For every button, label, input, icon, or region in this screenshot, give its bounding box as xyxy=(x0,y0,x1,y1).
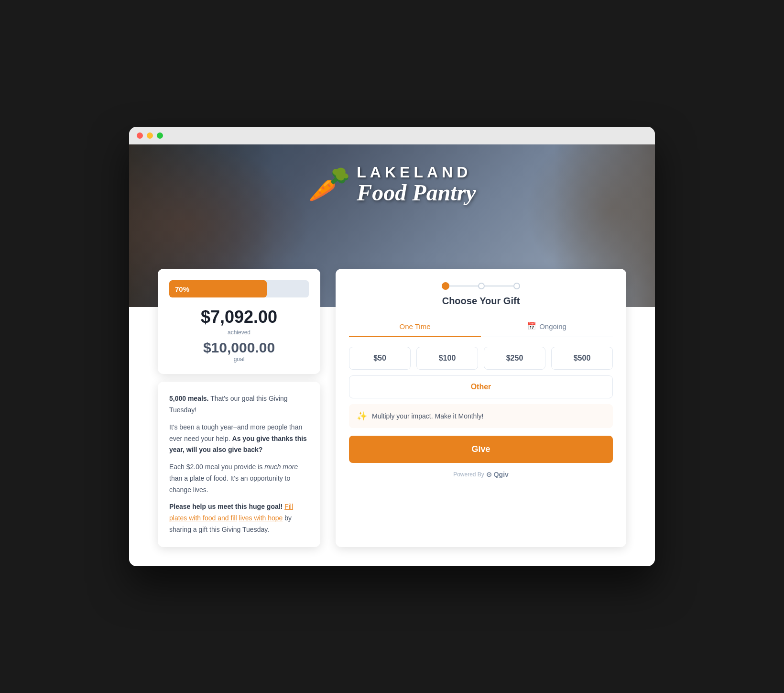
desc-pre3: Each $2.00 meal you provide is xyxy=(169,463,264,471)
step-2-dot xyxy=(478,283,485,289)
desc-bold4-pre: Please help us meet this huge goal! xyxy=(169,503,284,510)
desc-line1: 5,000 meals. That's our goal this Giving… xyxy=(169,393,309,416)
amount-btn-50[interactable]: $50 xyxy=(349,347,411,370)
maximize-dot[interactable] xyxy=(157,132,163,139)
goal-label: goal xyxy=(169,356,309,363)
logo-container: 🥕 LAKELAND Food Pantry xyxy=(308,164,476,204)
logo-word1: LAKELAND xyxy=(357,164,471,181)
progress-percent: 70% xyxy=(175,285,189,293)
tab-ongoing[interactable]: 📅 Ongoing xyxy=(481,316,613,337)
calendar-icon: 📅 xyxy=(527,322,536,330)
give-button[interactable]: Give xyxy=(349,436,613,463)
qgiv-label: Qgiv xyxy=(494,471,509,478)
desc-line4: Please help us meet this huge goal! Fill… xyxy=(169,501,309,535)
carrot-icon: 🥕 xyxy=(308,167,351,201)
step-indicator xyxy=(349,282,613,290)
logo-word2: Food Pantry xyxy=(357,181,476,204)
progress-card: 70% $7,092.00 achieved $10,000.00 goal xyxy=(158,269,320,374)
browser-body: 🥕 LAKELAND Food Pantry 70% xyxy=(129,144,655,566)
form-title: Choose Your Gift xyxy=(349,296,613,307)
desc-link2[interactable]: lives with hope xyxy=(239,514,283,522)
left-panel: 70% $7,092.00 achieved $10,000.00 goal xyxy=(158,269,320,547)
tab-ongoing-label: Ongoing xyxy=(539,322,566,330)
amount-grid: $50 $100 $250 $500 xyxy=(349,347,613,370)
step-line-2 xyxy=(485,286,513,286)
desc-bold1: 5,000 meals. xyxy=(169,395,209,402)
desc-italic3: much more xyxy=(264,463,298,471)
amount-btn-500[interactable]: $500 xyxy=(551,347,613,370)
sun-icon: ✨ xyxy=(357,411,367,421)
amount-goal: $10,000.00 xyxy=(169,340,309,356)
close-dot[interactable] xyxy=(137,132,143,139)
goal-value: $10,000.00 xyxy=(169,340,309,356)
monthly-banner[interactable]: ✨ Multiply your impact. Make it Monthly! xyxy=(349,404,613,428)
achieved-label: achieved xyxy=(169,329,309,336)
desc-line3: Each $2.00 meal you provide is much more… xyxy=(169,462,309,495)
desc-line2: It's been a tough year–and more people t… xyxy=(169,422,309,456)
powered-by-label: Powered By xyxy=(453,471,484,478)
progress-bar-container: 70% xyxy=(169,280,309,297)
tab-one-time-label: One Time xyxy=(399,322,430,330)
amount-achieved: $7,092.00 xyxy=(169,307,309,327)
tab-one-time[interactable]: One Time xyxy=(349,316,481,337)
donation-form: Choose Your Gift One Time 📅 Ongoing $50 … xyxy=(336,269,626,547)
other-button[interactable]: Other xyxy=(349,375,613,398)
tabs-container: One Time 📅 Ongoing xyxy=(349,316,613,337)
step-1-dot xyxy=(442,282,449,290)
progress-bar-fill: 70% xyxy=(169,280,267,297)
qgiv-circle-icon: ⊙ xyxy=(486,471,492,478)
logo-text: LAKELAND Food Pantry xyxy=(357,164,476,204)
amount-btn-250[interactable]: $250 xyxy=(484,347,545,370)
achieved-value: $7,092.00 xyxy=(169,307,309,327)
content-area: 70% $7,092.00 achieved $10,000.00 goal xyxy=(129,269,655,566)
browser-window: 🥕 LAKELAND Food Pantry 70% xyxy=(129,127,655,566)
step-line-1 xyxy=(449,286,478,286)
desc-post3: than a plate of food. It's an opportunit… xyxy=(169,474,290,494)
browser-chrome xyxy=(129,127,655,144)
description-card: 5,000 meals. That's our goal this Giving… xyxy=(158,382,320,547)
powered-by: Powered By ⊙ Qgiv xyxy=(349,471,613,478)
qgiv-logo: ⊙ Qgiv xyxy=(486,471,509,478)
amount-btn-100[interactable]: $100 xyxy=(416,347,478,370)
minimize-dot[interactable] xyxy=(147,132,153,139)
monthly-text: Multiply your impact. Make it Monthly! xyxy=(372,412,483,420)
step-3-dot xyxy=(513,283,520,289)
